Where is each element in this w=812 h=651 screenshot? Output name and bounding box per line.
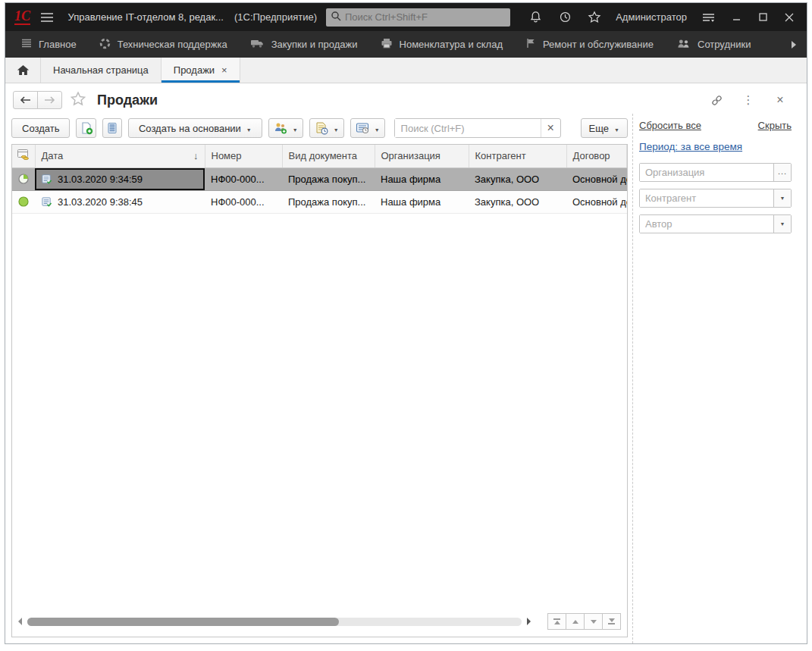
create-group-button[interactable] [76,118,96,138]
hamburger-menu-icon[interactable] [39,9,55,26]
history-clock-icon[interactable] [556,9,573,26]
counterparty-filter [639,189,792,208]
main-panel: Создать Создать на основании [5,114,632,643]
go-first-row-button[interactable] [547,613,566,630]
list-footer [12,612,627,637]
organization-input[interactable] [640,164,773,181]
row-navigation-buttons [548,613,621,630]
menu-item-glavnoe[interactable]: Главное [10,31,88,58]
list-search [394,118,561,138]
forward-button[interactable] [37,91,62,109]
cell-doc-type[interactable]: Продажа покуп... [282,190,375,213]
titlebar: 1С Управление IT-отделом 8, редак... (1С… [5,3,807,31]
reset-all-link[interactable]: Сбросить все [639,120,701,131]
more-button[interactable]: Еще [581,118,628,138]
author-input[interactable] [640,215,773,233]
menu-overflow-arrow[interactable] [785,31,802,58]
cell-counterparty[interactable]: Закупка, ООО [469,190,566,213]
cell-counterparty[interactable]: Закупка, ООО [469,167,566,190]
assign-responsible-button[interactable] [268,118,303,138]
column-header-date[interactable]: Дата [35,145,205,167]
app-name: (1С:Предприятие) [234,11,317,23]
column-header-contract[interactable]: Договор [566,145,627,167]
cell-date[interactable]: 31.03.2020 9:34:59 [35,167,205,190]
cell-contract[interactable]: Основной до [566,190,627,213]
column-header-counterparty[interactable]: Контрагент [469,145,566,167]
organization-select-button[interactable] [773,164,791,181]
menu-item-purchases-sales[interactable]: Закупки и продажи [239,31,369,58]
menu-item-nomenclature-warehouse[interactable]: Номенклатура и склад [369,31,514,58]
list-view-button[interactable] [102,118,122,138]
global-search-input[interactable] [345,11,506,23]
cell-number[interactable]: НФ00-000... [205,190,282,213]
create-button-label: Создать [22,123,59,134]
menu-item-label: Сотрудники [698,39,751,50]
link-icon[interactable] [710,93,723,107]
table-header-row: Дата Номер Вид документа Организация Кон… [12,145,627,167]
tab-label: Начальная страница [53,64,149,76]
cell-number[interactable]: НФ00-000... [205,167,282,190]
tab-sales[interactable]: Продажи [161,58,240,83]
scroll-right-arrow-icon[interactable] [527,618,531,625]
document-schedule-button[interactable] [309,118,344,138]
go-last-row-button[interactable] [602,613,621,630]
chevron-down-icon [334,123,339,134]
scrollbar-track[interactable] [27,618,522,626]
column-header-doc-type[interactable]: Вид документа [282,145,375,167]
cell-organization[interactable]: Наша фирма [375,190,469,213]
maximize-button[interactable] [756,11,770,24]
tab-close-icon[interactable] [221,64,227,76]
page-header: Продажи [5,83,807,114]
row-up-button[interactable] [566,613,585,630]
table-row[interactable]: 31.03.2020 9:34:59 НФ00-000... Продажа п… [12,167,627,190]
menu-item-label: Номенклатура и склад [400,39,503,50]
cell-date[interactable]: 31.03.2020 9:38:45 [35,190,205,213]
current-user[interactable]: Администратор [616,11,687,23]
close-window-button[interactable] [782,11,796,24]
service-menu-icon[interactable] [700,9,716,26]
scroll-left-arrow-icon[interactable] [18,618,22,625]
menu-item-label: Главное [39,39,77,50]
menu-item-tech-support[interactable]: Техническая поддержка [88,31,239,58]
hide-link[interactable]: Скрыть [758,120,792,131]
report-button[interactable] [350,118,385,138]
table-row[interactable]: 31.03.2020 9:38:45 НФ00-000... Продажа п… [12,190,627,213]
row-down-button[interactable] [584,613,603,630]
create-based-on-button[interactable]: Создать на основании [128,118,262,138]
column-header-number[interactable]: Номер [205,145,282,167]
author-dropdown-button[interactable] [773,215,791,233]
global-search[interactable] [326,8,510,27]
favorites-star-icon[interactable] [586,9,603,26]
cell-contract[interactable]: Основной до [566,167,627,190]
menu-item-repair-service[interactable]: Ремонт и обслуживание [514,31,665,58]
posting-status-column-header[interactable] [12,145,35,167]
cell-doc-type[interactable]: Продажа покуп... [282,167,375,190]
organization-filter [639,163,792,182]
more-dots-icon[interactable] [741,93,755,107]
tabbar: Начальная страница Продажи [5,58,807,83]
support-ring-icon [99,38,111,52]
tab-home-page[interactable]: Начальная страница [40,58,161,83]
author-filter [639,214,792,233]
close-page-icon[interactable] [773,93,787,107]
people-icon [676,39,691,51]
minimize-button[interactable] [729,11,743,24]
list-toolbar: Создать Создать на основании [11,118,628,138]
create-button[interactable]: Создать [11,118,70,138]
scrollbar-thumb[interactable] [27,618,339,626]
list-search-input[interactable] [395,119,541,137]
chevron-down-icon [246,123,252,134]
notifications-bell-icon[interactable] [527,9,544,26]
menu-item-employees[interactable]: Сотрудники [665,31,762,58]
counterparty-input[interactable] [640,189,773,207]
cell-organization[interactable]: Наша фирма [375,167,469,190]
clear-search-icon[interactable] [541,119,560,137]
list-empty-area [12,214,627,613]
horizontal-scrollbar[interactable] [18,618,531,626]
back-button[interactable] [13,91,38,109]
favorite-star-icon[interactable] [70,91,86,110]
home-icon[interactable] [5,58,40,83]
counterparty-dropdown-button[interactable] [773,189,791,207]
period-link[interactable]: Период: за все время [639,141,742,152]
column-header-organization[interactable]: Организация [375,145,469,167]
